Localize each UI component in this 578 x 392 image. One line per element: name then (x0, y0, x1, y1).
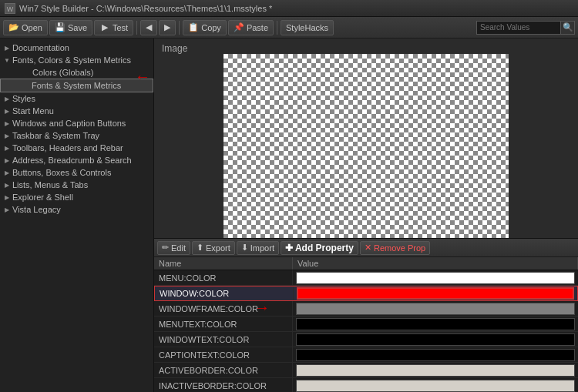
name-column-header: Name (154, 257, 293, 270)
import-icon: ⬇ (241, 243, 248, 253)
edit-button[interactable]: ✏ Edit (157, 241, 190, 255)
tree-item-fonts-colors[interactable]: ▼ Fonts, Colors & System Metrics (0, 54, 153, 66)
toolbar-separator-3 (277, 21, 277, 35)
tree-label-buttons: Buttons, Boxes & Controls (12, 168, 111, 177)
prop-name-activeborder-color: ACTIVEBORDER:COLOR (154, 363, 293, 377)
color-swatch-activeborder (296, 364, 575, 377)
tree-arrow-explorer: ▶ (3, 193, 11, 201)
tree-item-buttons[interactable]: ▶ Buttons, Boxes & Controls (0, 166, 153, 179)
table-row[interactable]: WINDOW:COLOR (154, 286, 578, 301)
tree-label-fonts-colors: Fonts, Colors & System Metrics (12, 55, 131, 65)
save-icon: 💾 (55, 22, 66, 33)
tree-item-styles[interactable]: ▶ Styles (0, 92, 153, 105)
copy-button[interactable]: 📋 Copy (183, 20, 227, 35)
remove-icon: ✕ (365, 243, 371, 253)
tree-item-taskbar[interactable]: ▶ Taskbar & System Tray (0, 129, 153, 142)
tree-item-colors-globals[interactable]: Colors (Globals) (0, 66, 153, 79)
tree-item-address[interactable]: ▶ Address, Breadcrumb & Search (0, 154, 153, 166)
image-preview (223, 54, 509, 238)
prop-value-inactiveborder-color (293, 378, 578, 392)
remove-property-button[interactable]: ✕ Remove Prop (360, 241, 430, 255)
tree-label-styles: Styles (12, 94, 35, 103)
prop-name-windowtext-color: WINDOWTEXT:COLOR (154, 332, 293, 347)
tree-arrow-windows-caption: ▶ (3, 119, 11, 127)
open-icon: 📂 (8, 22, 19, 33)
color-swatch-menu (296, 272, 575, 284)
tree-label-start-menu: Start Menu (12, 106, 54, 116)
tree-arrow-fonts-colors: ▼ (3, 56, 11, 64)
tree-label-windows-caption: Windows and Caption Buttons (12, 119, 126, 128)
add-property-button[interactable]: ✚ Add Property (281, 241, 358, 255)
stylehacks-button[interactable]: StyleHacks (281, 20, 334, 35)
search-button[interactable]: 🔍 (561, 21, 575, 35)
import-button[interactable]: ⬇ Import (237, 241, 279, 255)
tree-label-taskbar: Taskbar & System Tray (12, 131, 99, 140)
table-row[interactable]: MENU:COLOR (154, 270, 578, 286)
color-swatch-windowtext (296, 333, 575, 346)
table-row[interactable]: MENUTEXT:COLOR (154, 317, 578, 332)
tree-item-explorer[interactable]: ▶ Explorer & Shell (0, 191, 153, 203)
tree-arrow-buttons: ▶ (3, 169, 11, 176)
tree-arrow-colors-globals (23, 69, 31, 76)
prop-value-menutext-color (293, 317, 578, 331)
tree-item-fonts-system[interactable]: Fonts & System Metrics (0, 79, 153, 92)
export-icon: ⬆ (197, 243, 203, 253)
save-button[interactable]: 💾 Save (49, 20, 92, 35)
app-icon: W (5, 3, 15, 14)
prop-value-activeborder-color (293, 363, 578, 377)
table-row[interactable]: CAPTIONTEXT:COLOR (154, 347, 578, 363)
open-button[interactable]: 📂 Open (3, 20, 48, 35)
color-swatch-inactiveborder (296, 380, 575, 392)
edit-icon: ✏ (162, 243, 169, 253)
tree-panel: ▶ Documentation ▼ Fonts, Colors & System… (0, 39, 154, 392)
table-row[interactable]: INACTIVEBORDER:COLOR (154, 378, 578, 392)
color-swatch-windowframe (296, 303, 575, 315)
tree-arrow-vista: ▶ (3, 206, 11, 213)
search-input[interactable] (476, 21, 561, 35)
value-column-header: Value (293, 257, 578, 270)
prop-value-window-color (294, 286, 577, 300)
image-area: Image (154, 39, 578, 238)
tree-label-colors-globals: Colors (Globals) (32, 68, 93, 77)
tree-arrow-toolbars: ▶ (3, 144, 11, 152)
tree-label-lists: Lists, Menus & Tabs (12, 180, 88, 189)
tree-item-vista[interactable]: ▶ Vista Legacy (0, 203, 153, 216)
toolbar-separator-1 (136, 21, 137, 35)
copy-icon: 📋 (188, 22, 199, 33)
title-bar: W Win7 Style Builder - C:\Windows\Resour… (0, 0, 578, 17)
prop-value-windowtext-color (293, 332, 578, 347)
tree-label-documentation: Documentation (12, 43, 69, 52)
tree-item-documentation[interactable]: ▶ Documentation (0, 42, 153, 54)
tree-item-lists[interactable]: ▶ Lists, Menus & Tabs (0, 179, 153, 191)
tree-label-explorer: Explorer & Shell (12, 193, 73, 202)
prop-name-menu-color: MENU:COLOR (154, 270, 293, 285)
nav-forward-button[interactable]: ▶ (159, 20, 176, 35)
bottom-section: ✏ Edit ⬆ Export ⬇ Import ✚ Add Property … (154, 238, 578, 392)
prop-name-window-color: WINDOW:COLOR (155, 286, 294, 300)
tree-label-address: Address, Breadcrumb & Search (12, 156, 132, 165)
nav-back-button[interactable]: ◀ (140, 20, 157, 35)
tree-item-toolbars[interactable]: ▶ Toolbars, Headers and Rebar (0, 142, 153, 154)
tree-arrow-taskbar: ▶ (3, 132, 11, 139)
table-row[interactable]: ACTIVEBORDER:COLOR (154, 363, 578, 378)
bottom-toolbar: ✏ Edit ⬆ Export ⬇ Import ✚ Add Property … (154, 239, 578, 257)
tree-item-windows-caption[interactable]: ▶ Windows and Caption Buttons (0, 117, 153, 129)
properties-table: Name Value MENU:COLOR WINDOW:COLOR (154, 257, 578, 392)
prop-value-menu-color (293, 270, 578, 285)
tree-label-vista: Vista Legacy (12, 205, 61, 214)
tree-arrow-styles: ▶ (3, 95, 11, 102)
forward-icon: ▶ (164, 22, 170, 32)
tree-item-start-menu[interactable]: ▶ Start Menu (0, 105, 153, 117)
test-button[interactable]: ▶ Test (94, 20, 133, 35)
export-button[interactable]: ⬆ Export (192, 241, 235, 255)
table-row[interactable]: WINDOWTEXT:COLOR (154, 332, 578, 347)
table-row[interactable]: WINDOWFRAME:COLOR (154, 301, 578, 317)
color-swatch-menutext (296, 318, 575, 330)
right-panel: Image ✏ Edit ⬆ Export ⬇ Import (154, 39, 578, 392)
tree-arrow-lists: ▶ (3, 181, 11, 189)
color-swatch-captiontext (296, 349, 575, 361)
tree-arrow-fonts-system (22, 82, 30, 89)
paste-button[interactable]: 📌 Paste (228, 20, 274, 35)
paste-icon: 📌 (234, 22, 244, 33)
tree-label-fonts-system: Fonts & System Metrics (32, 81, 121, 90)
